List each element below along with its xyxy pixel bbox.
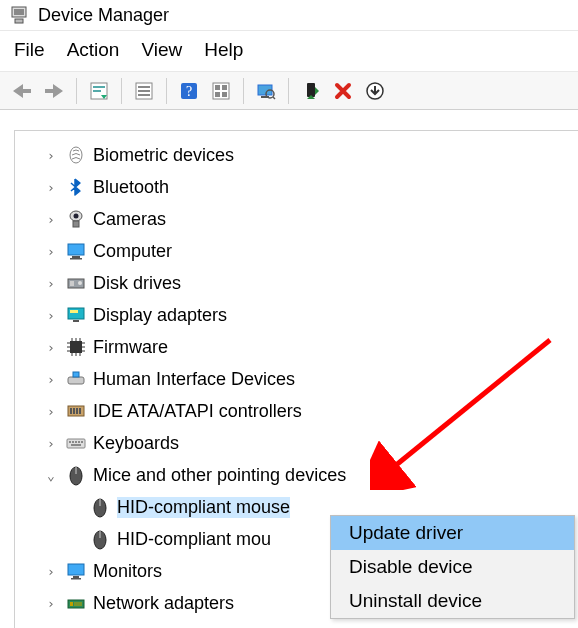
- tree-category[interactable]: ›Human Interface Devices: [15, 363, 578, 395]
- tree-category[interactable]: ⌄Mice and other pointing devices: [15, 459, 578, 491]
- svg-rect-1: [14, 9, 24, 15]
- svg-rect-33: [68, 308, 84, 319]
- tree-category-label: Biometric devices: [93, 145, 234, 166]
- display-icon: [65, 304, 87, 326]
- menu-action[interactable]: Action: [67, 39, 120, 61]
- hid-icon: [65, 368, 87, 390]
- chevron-right-icon[interactable]: ›: [43, 340, 59, 355]
- svg-point-31: [78, 281, 82, 285]
- tree-category-label: Keyboards: [93, 433, 179, 454]
- tree-category-label: Human Interface Devices: [93, 369, 295, 390]
- svg-rect-2: [15, 19, 23, 23]
- refresh-button[interactable]: [205, 76, 237, 106]
- svg-point-25: [74, 214, 79, 219]
- chevron-right-icon[interactable]: ›: [43, 212, 59, 227]
- chevron-right-icon[interactable]: ›: [43, 180, 59, 195]
- chevron-right-icon[interactable]: ›: [43, 276, 59, 291]
- svg-rect-36: [70, 341, 82, 353]
- show-hidden-button[interactable]: [83, 76, 115, 106]
- svg-text:?: ?: [186, 84, 192, 99]
- chevron-right-icon[interactable]: ›: [43, 596, 59, 611]
- window-title: Device Manager: [38, 5, 169, 26]
- tree-category[interactable]: ›Computer: [15, 235, 578, 267]
- menu-file[interactable]: File: [14, 39, 45, 61]
- svg-rect-27: [68, 244, 84, 255]
- svg-rect-13: [215, 85, 220, 90]
- firmware-icon: [65, 336, 87, 358]
- tree-category[interactable]: ›Cameras: [15, 203, 578, 235]
- tree-category[interactable]: ›Disk drives: [15, 267, 578, 299]
- svg-rect-73: [70, 602, 73, 606]
- svg-rect-26: [73, 221, 79, 227]
- tree-category-label: Mice and other pointing devices: [93, 465, 346, 486]
- context-menu-item-uninstall-device[interactable]: Uninstall device: [331, 584, 574, 618]
- tree-category-label: Display adapters: [93, 305, 227, 326]
- chevron-right-icon[interactable]: ›: [43, 148, 59, 163]
- biometric-icon: [65, 144, 87, 166]
- svg-rect-62: [71, 444, 81, 446]
- svg-rect-9: [138, 94, 150, 96]
- monitor-icon: [65, 560, 87, 582]
- context-menu-item-update-driver[interactable]: Update driver: [331, 516, 574, 550]
- scan-hardware-button[interactable]: [250, 76, 282, 106]
- tree-category[interactable]: ›Display adapters: [15, 299, 578, 331]
- diskdrive-icon: [65, 272, 87, 294]
- chevron-right-icon[interactable]: ›: [43, 404, 59, 419]
- tree-category-label: Bluetooth: [93, 177, 169, 198]
- svg-rect-61: [81, 441, 83, 443]
- tree-device-label: HID-compliant mou: [117, 529, 271, 550]
- tree-category[interactable]: ›Keyboards: [15, 427, 578, 459]
- tree-category-label: Monitors: [93, 561, 162, 582]
- help-button[interactable]: ?: [173, 76, 205, 106]
- svg-rect-54: [76, 408, 78, 414]
- svg-rect-28: [72, 256, 80, 258]
- svg-rect-49: [68, 377, 84, 384]
- keyboard-icon: [65, 432, 87, 454]
- tree-category[interactable]: ›Firmware: [15, 331, 578, 363]
- tree-category-label: Cameras: [93, 209, 166, 230]
- svg-rect-29: [70, 258, 82, 260]
- mouse-icon: [89, 528, 111, 550]
- mouse-icon: [65, 464, 87, 486]
- svg-rect-56: [67, 439, 85, 448]
- menu-help[interactable]: Help: [204, 39, 243, 61]
- svg-rect-55: [79, 408, 81, 414]
- svg-rect-15: [215, 92, 220, 97]
- svg-point-23: [70, 147, 82, 163]
- tree-category[interactable]: ›IDE ATA/ATAPI controllers: [15, 395, 578, 427]
- context-menu-item-disable-device[interactable]: Disable device: [331, 550, 574, 584]
- svg-rect-8: [138, 90, 150, 92]
- svg-rect-32: [70, 281, 74, 286]
- chevron-down-icon[interactable]: ⌄: [43, 468, 59, 483]
- chevron-right-icon[interactable]: ›: [43, 372, 59, 387]
- svg-line-20: [273, 97, 275, 99]
- nav-back-button[interactable]: [6, 76, 38, 106]
- install-legacy-button[interactable]: [359, 76, 391, 106]
- tree-category-label: Computer: [93, 241, 172, 262]
- svg-rect-21: [307, 83, 315, 97]
- enable-device-button[interactable]: [295, 76, 327, 106]
- svg-rect-71: [71, 578, 81, 580]
- svg-rect-69: [68, 564, 84, 575]
- svg-rect-14: [222, 85, 227, 90]
- title-bar: Device Manager: [0, 0, 578, 31]
- svg-rect-57: [69, 441, 71, 443]
- nav-forward-button[interactable]: [38, 76, 70, 106]
- tree-category-label: Network adapters: [93, 593, 234, 614]
- tree-category[interactable]: ›Bluetooth: [15, 171, 578, 203]
- toolbar-separator: [76, 78, 77, 104]
- menu-view[interactable]: View: [141, 39, 182, 61]
- chevron-right-icon[interactable]: ›: [43, 244, 59, 259]
- chevron-right-icon[interactable]: ›: [43, 564, 59, 579]
- svg-rect-52: [70, 408, 72, 414]
- remove-device-button[interactable]: [327, 76, 359, 106]
- chevron-right-icon[interactable]: ›: [43, 308, 59, 323]
- tree-category[interactable]: ›Biometric devices: [15, 139, 578, 171]
- tree-category-label: IDE ATA/ATAPI controllers: [93, 401, 302, 422]
- svg-rect-5: [93, 90, 101, 92]
- properties-button[interactable]: [128, 76, 160, 106]
- svg-rect-7: [138, 86, 150, 88]
- chevron-right-icon[interactable]: ›: [43, 436, 59, 451]
- context-menu: Update driver Disable device Uninstall d…: [330, 515, 575, 619]
- tree-category-label: Firmware: [93, 337, 168, 358]
